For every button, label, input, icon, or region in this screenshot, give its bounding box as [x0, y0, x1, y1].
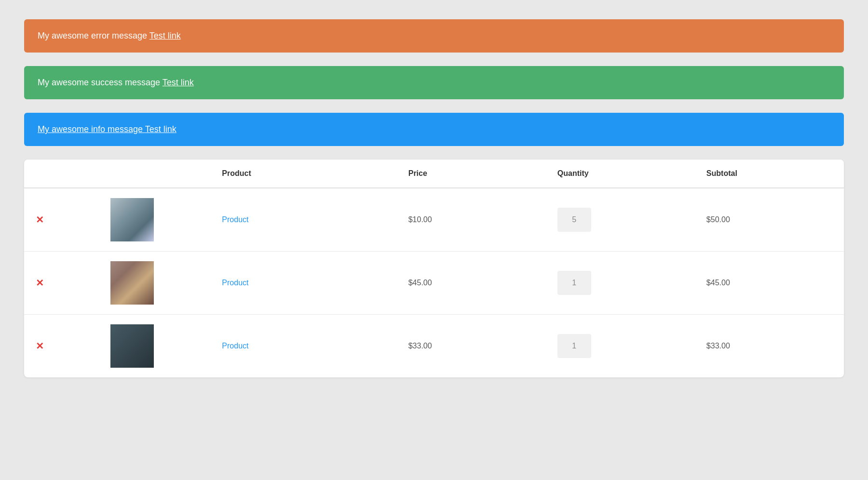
error-alert-message: My awesome error message	[38, 31, 149, 40]
success-alert-link[interactable]: Test link	[163, 78, 194, 87]
info-alert-link[interactable]: My awesome info message Test link	[38, 124, 176, 134]
product-image	[110, 261, 154, 305]
cart-table: Product Price Quantity Subtotal ✕ Produc…	[24, 160, 844, 377]
product-cell: Product	[210, 188, 396, 252]
table-header-row: Product Price Quantity Subtotal	[24, 160, 844, 188]
subtotal-value: $33.00	[706, 342, 730, 350]
table-row: ✕ Product $10.00 5 $50.00	[24, 188, 844, 252]
price-value: $45.00	[408, 279, 432, 287]
subtotal-value: $50.00	[706, 215, 730, 224]
subtotal-cell: $45.00	[695, 252, 844, 315]
product-link[interactable]: Product	[222, 342, 248, 350]
col-header-image	[99, 160, 211, 188]
col-header-quantity: Quantity	[546, 160, 695, 188]
subtotal-cell: $33.00	[695, 315, 844, 378]
quantity-cell: 1	[546, 315, 695, 378]
error-alert-link[interactable]: Test link	[149, 31, 181, 40]
table-row: ✕ Product $33.00 1 $33.00	[24, 315, 844, 378]
cart-table-container: Product Price Quantity Subtotal ✕ Produc…	[24, 160, 844, 377]
success-alert-message: My awesome success message	[38, 78, 163, 87]
quantity-cell: 1	[546, 252, 695, 315]
error-alert: My awesome error message Test link	[24, 19, 844, 53]
subtotal-value: $45.00	[706, 279, 730, 287]
product-link[interactable]: Product	[222, 279, 248, 287]
quantity-cell: 5	[546, 188, 695, 252]
col-header-subtotal: Subtotal	[695, 160, 844, 188]
col-header-product: Product	[210, 160, 396, 188]
product-image	[110, 198, 154, 241]
product-link[interactable]: Product	[222, 215, 248, 224]
price-cell: $10.00	[397, 188, 546, 252]
info-alert-message: My awesome info message	[38, 124, 145, 134]
price-value: $33.00	[408, 342, 432, 350]
product-cell: Product	[210, 315, 396, 378]
product-image	[110, 324, 154, 368]
price-cell: $33.00	[397, 315, 546, 378]
subtotal-cell: $50.00	[695, 188, 844, 252]
success-alert: My awesome success message Test link	[24, 66, 844, 99]
col-header-price: Price	[397, 160, 546, 188]
remove-cell: ✕	[24, 315, 99, 378]
remove-button[interactable]: ✕	[36, 215, 44, 225]
info-alert: My awesome info message Test link	[24, 113, 844, 146]
table-row: ✕ Product $45.00 1 $45.00	[24, 252, 844, 315]
quantity-input[interactable]: 5	[557, 208, 591, 232]
product-cell: Product	[210, 252, 396, 315]
quantity-input[interactable]: 1	[557, 271, 591, 295]
remove-cell: ✕	[24, 252, 99, 315]
image-cell	[99, 252, 211, 315]
quantity-input[interactable]: 1	[557, 334, 591, 358]
remove-button[interactable]: ✕	[36, 341, 44, 351]
remove-cell: ✕	[24, 188, 99, 252]
price-value: $10.00	[408, 215, 432, 224]
remove-button[interactable]: ✕	[36, 278, 44, 288]
col-header-remove	[24, 160, 99, 188]
image-cell	[99, 188, 211, 252]
image-cell	[99, 315, 211, 378]
price-cell: $45.00	[397, 252, 546, 315]
